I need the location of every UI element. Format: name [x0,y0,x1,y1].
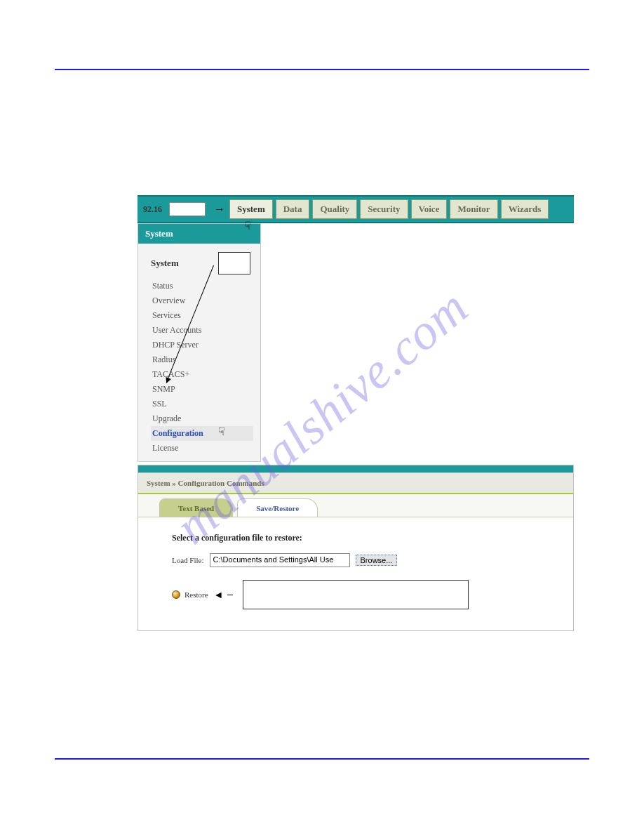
hand-cursor-icon: ☟ [218,425,225,438]
tab-data[interactable]: Data [276,199,310,219]
ip-fragment: 92.16 [143,204,162,215]
tab-system[interactable]: System [229,199,273,219]
restore-heading: Select a configuration file to restore: [172,533,552,543]
callout-box-large [243,580,469,609]
sidebar-item-snmp[interactable]: SNMP [151,382,253,397]
annotation-line [227,595,233,595]
config-tabs: Text Based Save/Restore [138,498,573,517]
hand-cursor-icon: ☟ [244,219,251,232]
tab-wizards[interactable]: Wizards [501,199,549,219]
bullet-icon [172,590,180,599]
restore-panel: Select a configuration file to restore: … [138,517,573,630]
callout-box-small [218,252,250,274]
restore-row: Restore ◄ [172,580,552,609]
sidebar-header: System [138,224,260,244]
tab-text-based[interactable]: Text Based [159,498,233,517]
sidebar-item-ssl[interactable]: SSL [151,397,253,411]
sidebar-title-text: System [151,258,179,269]
screenshot-config-commands: System » Configuration Commands Text Bas… [137,465,574,631]
arrow-left-icon: ◄ [214,589,224,600]
bottom-rule [55,758,589,760]
arrow-right-icon: → [214,203,225,216]
sidebar-title: System [151,252,253,274]
sidebar-item-user-accounts[interactable]: User Accounts [151,323,253,338]
tab-voice[interactable]: Voice [411,199,448,219]
tab-security[interactable]: Security [360,199,408,219]
tab-quality[interactable]: Quality [312,199,357,219]
top-menubar: 92.16 → System Data Quality Security Voi… [137,195,574,223]
screenshot-menubar-sidebar: 92.16 → System Data Quality Security Voi… [137,195,574,223]
sidebar-item-license[interactable]: License [151,441,253,456]
sidebar-system: System System Status Overview Services U… [137,223,261,462]
restore-link[interactable]: Restore [185,590,208,599]
browse-button[interactable]: Browse... [356,555,398,566]
tab-monitor[interactable]: Monitor [450,199,497,219]
sidebar-item-radius[interactable]: Radius [151,352,253,367]
top-rule [55,69,589,70]
breadcrumb: System » Configuration Commands [138,472,573,494]
load-file-label: Load File: [172,556,204,564]
load-file-input[interactable]: C:\Documents and Settings\All Use [210,553,350,567]
sidebar-item-dhcp-server[interactable]: DHCP Server [151,338,253,352]
sidebar-item-configuration[interactable]: Configuration [151,426,253,441]
load-file-row: Load File: C:\Documents and Settings\All… [172,553,552,567]
sidebar-item-upgrade[interactable]: Upgrade [151,411,253,426]
teal-strip [138,465,573,472]
sidebar-item-services[interactable]: Services [151,308,253,323]
ip-redacted-box [169,202,206,216]
sidebar-item-overview[interactable]: Overview [151,293,253,308]
tab-save-restore[interactable]: Save/Restore [237,498,318,517]
